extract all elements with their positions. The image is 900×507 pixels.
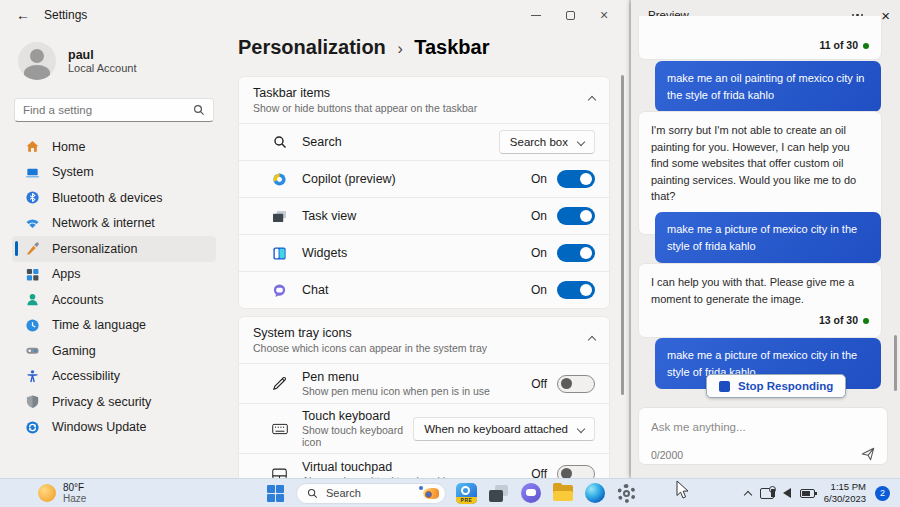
chat-transcript: 11 of 30 make me an oil painting of mexi… [631,30,900,402]
user-account[interactable]: paul Local Account [12,38,216,94]
section-subtitle: Choose which icons can appear in the sys… [253,342,589,354]
settings-search-box[interactable] [14,98,214,122]
sidebar-item-bluetooth-devices[interactable]: Bluetooth & devices [12,185,216,211]
sidebar-item-gaming[interactable]: Gaming [12,338,216,364]
sidebar-item-accessibility[interactable]: Accessibility [12,364,216,390]
send-icon[interactable] [861,447,875,461]
setting-row-copilot: Copilot (preview) On [239,160,609,197]
chat-input[interactable] [651,421,875,433]
sidebar-item-apps[interactable]: Apps [12,262,216,288]
sidebar-item-accounts[interactable]: Accounts [12,287,216,313]
minimize-button[interactable] [519,0,553,30]
stop-icon [719,381,730,392]
edge-browser-icon [585,483,605,503]
sidebar-item-label: Personalization [52,242,137,256]
settings-search-input[interactable] [23,104,193,116]
toggle-state-label: On [531,283,547,297]
taskbar-file-explorer-button[interactable] [551,482,574,505]
battery-icon[interactable] [800,489,815,498]
sidebar-item-system[interactable]: System [12,160,216,186]
start-button[interactable] [264,482,287,505]
screen: ← Settings × paul Local Account [0,0,900,507]
preview-close-icon[interactable]: × [881,7,890,24]
chevron-down-icon [577,424,585,432]
chevron-up-icon[interactable] [588,336,596,344]
task-view-toggle[interactable] [557,207,595,225]
touch-keyboard-dropdown[interactable]: When no keyboard attached [413,417,595,441]
taskbar-search-label: Search [326,487,411,499]
chat-icon [271,282,288,299]
tray-overflow-chevron-icon[interactable] [743,490,751,498]
settings-titlebar: ← Settings × [0,0,629,30]
user-name: paul [68,48,137,62]
system-tray-header[interactable]: System tray icons Choose which icons can… [239,317,609,363]
toggle-state-label: Off [531,377,547,391]
turn-counter: 13 of 30 [819,313,858,329]
sidebar-item-personalization[interactable]: Personalization [12,236,216,262]
clock[interactable]: 1:15 PM 6/30/2023 [824,481,866,506]
notification-badge[interactable]: 2 [875,486,890,501]
system-tray-icons-card: System tray icons Choose which icons can… [238,316,610,494]
taskbar-edge-button[interactable] [583,482,606,505]
toggle-state-label: On [531,172,547,186]
search-style-dropdown[interactable]: Search box [499,130,595,154]
setting-row-chat: Chat On [239,271,609,308]
weather-widget[interactable]: 80°F Haze [38,482,86,504]
chat-toggle[interactable] [557,281,595,299]
copilot-preview-badge: PRE [456,497,477,504]
bluetooth-icon [24,190,40,206]
windows-logo-icon [267,485,284,502]
preview-panel: Preview × 11 of 30 make me an oil painti… [631,0,900,478]
gear-icon [617,484,636,503]
widgets-toggle[interactable] [557,244,595,262]
personalization-icon [24,241,40,257]
dropdown-value: Search box [510,136,568,148]
chat-icon [521,483,541,503]
search-icon [271,134,288,151]
pen-icon [271,375,288,392]
settings-scrollbar[interactable] [621,75,624,395]
setting-row-pen-menu: Pen menu Show pen menu icon when pen is … [239,363,609,403]
time-language-icon [24,317,40,333]
chevron-up-icon[interactable] [588,96,596,104]
preview-scrollbar[interactable] [894,335,897,391]
sidebar-item-privacy-security[interactable]: Privacy & security [12,389,216,415]
taskbar-task-view-button[interactable] [487,482,510,505]
settings-sidebar: paul Local Account Home System [0,30,228,478]
turn-counter: 11 of 30 [819,38,858,54]
breadcrumb-parent[interactable]: Personalization [238,36,386,58]
section-title: Taskbar items [253,86,589,100]
breadcrumb-separator: › [391,40,408,57]
stop-responding-button[interactable]: Stop Responding [706,374,846,398]
copilot-toggle[interactable] [557,170,595,188]
taskbar-settings-button[interactable] [615,482,638,505]
chat-composer[interactable]: 0/2000 [638,407,888,465]
pen-menu-toggle[interactable] [557,375,595,393]
taskbar-items-header[interactable]: Taskbar items Show or hide buttons that … [239,77,609,123]
task-view-icon [271,208,288,225]
taskbar-search-box[interactable]: Search [296,483,446,504]
sidebar-item-time-language[interactable]: Time & language [12,313,216,339]
sidebar-item-home[interactable]: Home [12,134,216,160]
maximize-button[interactable] [553,0,587,30]
setting-label: Chat [302,283,531,297]
toggle-state-label: On [531,209,547,223]
taskbar-chat-button[interactable] [519,482,542,505]
search-highlight-icon [419,486,441,501]
taskbar: 80°F Haze Search PRE [0,478,900,507]
copilot-icon: PRE [456,483,477,504]
gaming-icon [24,343,40,359]
user-account-type: Local Account [68,62,137,74]
sidebar-item-windows-update[interactable]: Windows Update [12,415,216,441]
setting-description: Show touch keyboard icon [302,424,413,448]
volume-icon[interactable] [783,488,791,498]
back-button[interactable]: ← [8,4,38,26]
user-message: make me an oil painting of mexico city i… [655,61,881,112]
search-icon [307,488,318,499]
sidebar-item-network-internet[interactable]: Network & internet [12,211,216,237]
chevron-down-icon [577,138,585,146]
taskbar-copilot-button[interactable]: PRE [455,482,478,505]
section-title: System tray icons [253,326,589,340]
close-button[interactable]: × [587,0,621,30]
window-title: Settings [44,8,87,22]
